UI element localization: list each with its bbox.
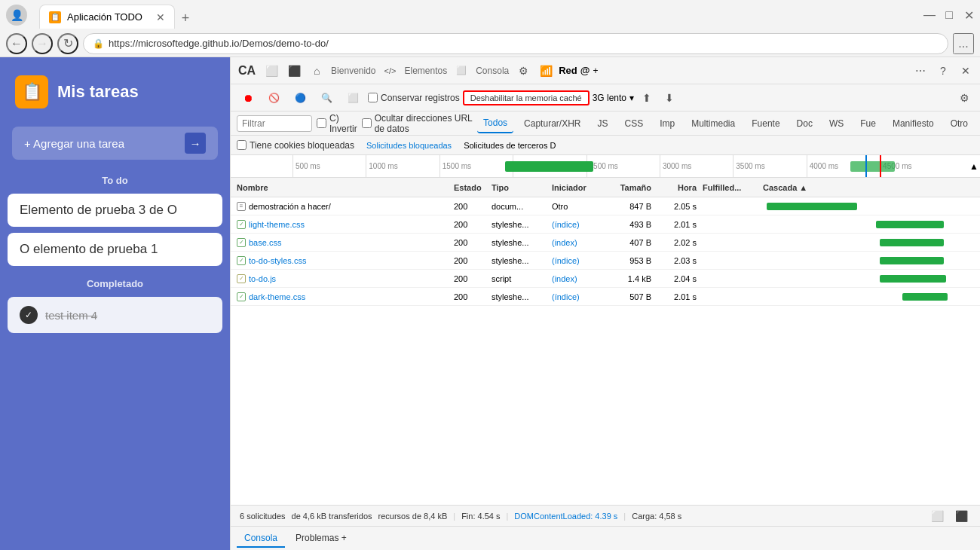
col-header-size[interactable]: Tamaño xyxy=(609,183,654,192)
col-header-name[interactable]: Nombre xyxy=(234,183,451,192)
filter-js-button[interactable]: JS xyxy=(591,114,614,133)
row-status-5: 200 xyxy=(451,292,488,301)
table-row[interactable]: ✓ light-theme.css 200 styleshe... (índic… xyxy=(231,215,980,234)
filter-img-button[interactable]: Imp xyxy=(654,114,681,133)
clear-button[interactable]: 🚫 xyxy=(262,88,286,108)
devtools-screenshot-button[interactable]: ⬜ xyxy=(262,61,281,81)
table-row[interactable]: ✓ dark-theme.css 200 styleshe... (índice… xyxy=(231,288,980,306)
filter-doc-button[interactable]: Doc xyxy=(791,114,819,133)
timeline-tick-500: 500 ms xyxy=(292,155,320,178)
browser-more-button[interactable]: ... xyxy=(953,33,974,54)
col-header-cascade[interactable]: Cascada ▲ xyxy=(760,183,977,192)
col-header-fulfilled[interactable]: Fulfilled... xyxy=(700,183,760,192)
dom-loaded-label: DOMContentLoaded: 4.39 s xyxy=(514,512,617,521)
col-header-initiator[interactable]: Iniciador xyxy=(549,183,609,192)
upload-button[interactable]: ⬆ xyxy=(637,88,657,108)
row-time-5: 2.01 s xyxy=(654,292,700,301)
refresh-button[interactable]: ↻ xyxy=(57,33,78,54)
devtools-more-button[interactable]: ⋯ xyxy=(911,61,930,81)
invert-checkbox[interactable]: C) Invertir xyxy=(317,113,357,134)
task-item-2[interactable]: O elemento de prueba 1 xyxy=(8,233,222,266)
throttle-dropdown-arrow: ▾ xyxy=(629,93,634,103)
devtools-close-button[interactable]: ✕ xyxy=(956,61,975,81)
col-header-status[interactable]: Estado xyxy=(451,183,488,192)
main-content: 📋 Mis tareas + Agregar una tarea → To do… xyxy=(0,57,980,550)
hide-urls-checkbox[interactable]: Ocultar direcciones URL de datos xyxy=(362,113,473,134)
tab-title: Aplicación TODO xyxy=(67,11,142,23)
row-icon-html: ≡ xyxy=(237,202,246,211)
cookies-blocked-checkbox[interactable]: Tiene cookies bloqueadas xyxy=(237,140,354,151)
filter-ws-button[interactable]: WS xyxy=(823,114,850,133)
download-button[interactable]: ⬇ xyxy=(660,88,679,108)
row-type-1: styleshe... xyxy=(488,220,549,229)
close-button[interactable]: ✕ xyxy=(963,10,974,20)
row-status-1: 200 xyxy=(451,220,488,229)
filter-font-button[interactable]: Fuente xyxy=(746,114,786,133)
filter-other2-button[interactable]: Otro xyxy=(945,114,974,133)
devtools-wifi-button[interactable]: 📶 xyxy=(536,61,556,81)
timeline-tick-3000: 3000 ms xyxy=(660,155,691,178)
at-sign: @ xyxy=(580,65,590,76)
completed-task-item-1[interactable]: ✓ test item 4 xyxy=(8,297,222,333)
row-initiator-3[interactable]: (índice) xyxy=(549,256,609,265)
maximize-button[interactable]: □ xyxy=(944,10,954,20)
col-header-time[interactable]: Hora xyxy=(654,183,700,192)
row-time-4: 2.04 s xyxy=(654,274,700,283)
devtools-home-button[interactable]: ⌂ xyxy=(307,61,326,81)
search-network-button[interactable]: 🔍 xyxy=(315,88,338,108)
devtools-help-button[interactable]: ? xyxy=(933,61,953,81)
bottom-icons: ⬜ ⬛ xyxy=(927,506,971,526)
tab-favicon: 📋 xyxy=(49,11,61,23)
filter-css-button[interactable]: CSS xyxy=(618,114,649,133)
devtools-inspect-button[interactable]: ⬛ xyxy=(284,61,304,81)
fetch-button[interactable]: 🔵 xyxy=(289,88,312,108)
devtools-code-button[interactable]: </> xyxy=(381,61,400,81)
row-initiator-4[interactable]: (index) xyxy=(549,274,609,283)
profile-icon[interactable]: 👤 xyxy=(6,5,27,26)
row-initiator-5[interactable]: (índice) xyxy=(549,292,609,301)
col-header-type[interactable]: Tipo xyxy=(488,183,549,192)
back-button[interactable]: ← xyxy=(6,33,27,54)
filter-media-button[interactable]: Multimedia xyxy=(685,114,741,133)
bottom-tabs: Consola Problemas + xyxy=(231,526,980,550)
filter-manifest-button[interactable]: Manifiesto xyxy=(887,114,940,133)
preserve-log-checkbox[interactable]: Conservar registros xyxy=(368,93,460,103)
screenshot-button[interactable]: ⬜ xyxy=(341,88,365,108)
address-bar[interactable]: 🔒 https://microsoftedge.github.io/Demos/… xyxy=(83,33,948,54)
throttle-selector[interactable]: 3G lento ▾ xyxy=(593,93,634,103)
table-row[interactable]: ✓ to-do.js 200 script (index) 1.4 kB 2.0… xyxy=(231,270,980,288)
filter-input[interactable] xyxy=(237,115,312,132)
row-initiator-1[interactable]: (índice) xyxy=(549,220,609,229)
filter-xhr-button[interactable]: Capturar/XHR xyxy=(518,114,586,133)
sort-arrow-icon[interactable]: ▲ xyxy=(799,183,807,192)
undock-button[interactable]: ⬛ xyxy=(951,506,971,526)
filter-other-button[interactable]: Fue xyxy=(854,114,882,133)
forward-button[interactable]: → xyxy=(32,33,53,54)
cascade-bar-0 xyxy=(767,203,857,210)
dock-button[interactable]: ⬜ xyxy=(927,506,947,526)
timeline-scroll-up[interactable]: ▲ xyxy=(968,161,980,172)
new-tab-button[interactable]: + xyxy=(175,8,196,29)
record-button[interactable]: ⏺ xyxy=(237,88,259,108)
table-row[interactable]: ≡ demostración a hacer/ 200 docum... Otr… xyxy=(231,197,980,215)
table-row[interactable]: ✓ to-do-styles.css 200 styleshe... (índi… xyxy=(231,252,980,270)
timeline-green-bar-1 xyxy=(505,161,593,172)
devtools-debug-button[interactable]: ⚙ xyxy=(513,61,533,81)
add-task-button[interactable]: + Agregar una tarea → xyxy=(12,127,218,160)
devtools-home-label: Bienvenido xyxy=(329,66,377,76)
timeline-tick-1500: 1500 ms xyxy=(439,155,471,178)
browser-tab[interactable]: 📋 Aplicación TODO ✕ xyxy=(39,5,175,29)
tab-close-button[interactable]: ✕ xyxy=(156,11,165,23)
disable-cache-button[interactable]: Deshabilitar la memoria caché xyxy=(463,90,590,105)
filter-all-button[interactable]: Todos xyxy=(477,114,513,133)
minimize-button[interactable]: — xyxy=(924,10,935,20)
table-row[interactable]: ✓ base.css 200 styleshe... (index) 407 B… xyxy=(231,234,980,252)
bottom-tab-problems[interactable]: Problemas + xyxy=(288,530,354,548)
bottom-tab-console[interactable]: Consola xyxy=(237,530,285,548)
row-icon-css: ✓ xyxy=(237,220,246,229)
row-name-0: ≡ demostración a hacer/ xyxy=(234,202,451,211)
network-settings-button[interactable]: ⚙ xyxy=(954,88,974,108)
devtools-console-icon[interactable]: ⬜ xyxy=(452,61,471,81)
task-item-1[interactable]: Elemento de prueba 3 de O xyxy=(8,194,222,227)
row-initiator-2[interactable]: (index) xyxy=(549,238,609,247)
